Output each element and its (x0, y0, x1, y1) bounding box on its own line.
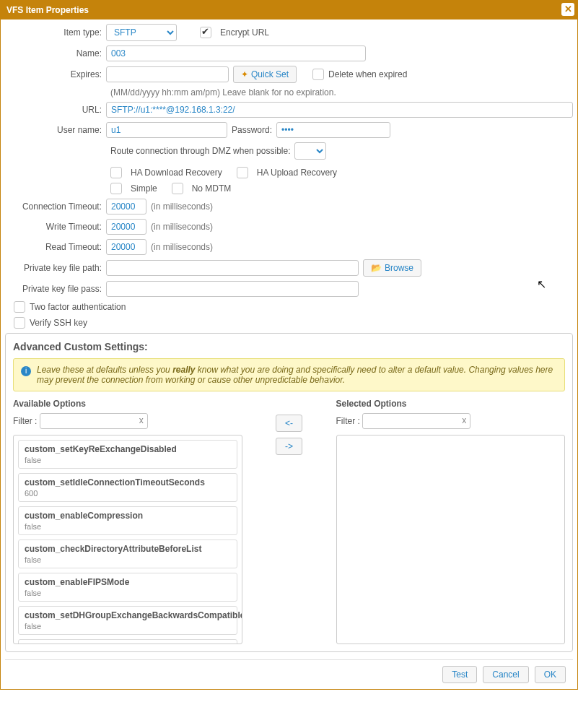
two-factor-checkbox[interactable] (14, 301, 25, 313)
dialog-footer: Test Cancel OK (5, 659, 573, 689)
move-right-button[interactable]: -> (276, 438, 302, 455)
label-conn-timeout: Connection Timeout: (5, 202, 106, 212)
read-timeout-unit: (in milliseconds) (151, 242, 213, 252)
browse-button[interactable]: 📂Browse (363, 259, 421, 277)
warning-alert: i Leave these at defaults unless you rea… (13, 358, 565, 391)
label-pk-path: Private key file path: (5, 263, 106, 273)
encrypt-url-checkbox[interactable] (200, 27, 211, 38)
write-timeout-input[interactable] (106, 219, 146, 235)
label-ha-upload: HA Upload Recovery (257, 168, 337, 178)
delete-when-expired-checkbox[interactable] (312, 69, 324, 80)
warning-text: Leave these at defaults unless you reall… (37, 365, 557, 385)
dialog-body: Item type: SFTP Encrypt URL Name: Expire… (1, 20, 577, 689)
selected-column: Selected Options Filter : x (336, 399, 566, 644)
ha-download-checkbox[interactable] (110, 167, 122, 178)
info-icon: i (21, 366, 31, 376)
available-list[interactable]: custom_setKeyReExchangeDisabledfalsecust… (13, 435, 242, 644)
quick-set-button[interactable]: ✦Quick Set (233, 66, 297, 83)
option-value: false (25, 589, 231, 597)
conn-timeout-input[interactable] (106, 199, 146, 214)
item-type-select[interactable]: SFTP (106, 24, 177, 41)
dmz-select[interactable] (294, 142, 326, 160)
filter-selected-input[interactable] (362, 413, 470, 429)
cancel-button[interactable]: Cancel (483, 666, 528, 683)
label-verify-ssh: Verify SSH key (30, 318, 87, 328)
password-input[interactable] (276, 122, 390, 138)
advanced-panel: Advanced Custom Settings: i Leave these … (5, 333, 573, 652)
dialog-window: VFS Item Properties ✕ Item type: SFTP En… (0, 0, 578, 690)
list-item[interactable]: custom_setKeyReExchangeDisabledfalse (18, 440, 237, 469)
selected-heading: Selected Options (336, 399, 566, 409)
filter-available-input[interactable] (40, 413, 148, 429)
label-pk-pass: Private key file pass: (5, 284, 106, 294)
conn-timeout-unit: (in milliseconds) (151, 202, 213, 212)
clear-selected-filter-icon[interactable]: x (462, 415, 466, 425)
label-password: Password: (232, 125, 272, 135)
folder-icon: 📂 (371, 263, 382, 273)
close-icon[interactable]: ✕ (561, 3, 574, 16)
label-dmz: Route connection through DMZ when possib… (110, 146, 290, 156)
label-two-factor: Two factor authentication (30, 302, 126, 312)
option-key: custom_preferredCipher (25, 644, 231, 644)
label-read-timeout: Read Timeout: (5, 242, 106, 252)
titlebar[interactable]: VFS Item Properties ✕ (1, 1, 577, 20)
label-simple: Simple (131, 183, 157, 194)
label-write-timeout: Write Timeout: (5, 222, 106, 232)
filter-available-label: Filter : (13, 416, 37, 426)
label-username: User name: (5, 125, 106, 135)
label-no-mdtm: No MDTM (192, 183, 232, 194)
list-item[interactable]: custom_enableFIPSModefalse (18, 573, 237, 602)
list-item[interactable]: custom_checkDirectoryAttributeBeforeList… (18, 540, 237, 568)
available-column: Available Options Filter : x custom_setK… (13, 399, 242, 644)
window-title: VFS Item Properties (6, 5, 89, 15)
option-value: 600 (25, 489, 231, 498)
clear-available-filter-icon[interactable]: x (139, 415, 144, 425)
option-key: custom_checkDirectoryAttributeBeforeList (25, 544, 231, 554)
list-item[interactable]: custom_setDHGroupExchangeBackwardsCompat… (18, 606, 237, 635)
expires-input[interactable] (106, 66, 229, 82)
list-item[interactable]: custom_preferredCipheraes128-ctr (18, 639, 237, 644)
available-heading: Available Options (13, 399, 242, 409)
pk-pass-input[interactable] (106, 281, 359, 297)
simple-checkbox[interactable] (110, 183, 122, 194)
name-input[interactable] (106, 46, 366, 61)
url-input[interactable] (106, 102, 573, 118)
label-name: Name: (5, 48, 106, 58)
test-button[interactable]: Test (442, 666, 477, 683)
option-value: false (25, 522, 231, 531)
expires-hint: (MM/dd/yyyy hh:mm am/pm) Leave blank for… (110, 87, 336, 98)
option-value: false (25, 555, 231, 564)
list-item[interactable]: custom_enableCompressionfalse (18, 506, 237, 535)
list-item[interactable]: custom_setIdleConnectionTimeoutSeconds60… (18, 473, 237, 502)
wand-icon: ✦ (241, 69, 248, 79)
option-key: custom_setIdleConnectionTimeoutSeconds (25, 477, 231, 488)
pk-path-input[interactable] (106, 260, 359, 276)
verify-ssh-checkbox[interactable] (14, 317, 25, 329)
advanced-heading: Advanced Custom Settings: (13, 341, 565, 352)
option-key: custom_setDHGroupExchangeBackwardsCompat… (25, 610, 231, 620)
read-timeout-input[interactable] (106, 239, 146, 255)
label-ha-download: HA Download Recovery (131, 168, 222, 178)
username-input[interactable] (106, 122, 227, 138)
no-mdtm-checkbox[interactable] (172, 183, 183, 194)
label-url: URL: (5, 105, 106, 115)
option-key: custom_setKeyReExchangeDisabled (25, 444, 231, 454)
filter-selected-label: Filter : (336, 416, 360, 426)
selected-list[interactable] (336, 435, 566, 644)
option-value: false (25, 456, 231, 464)
label-item-type: Item type: (5, 27, 106, 38)
option-key: custom_enableCompression (25, 511, 231, 521)
option-value: false (25, 622, 231, 630)
option-key: custom_enableFIPSMode (25, 577, 231, 587)
write-timeout-unit: (in milliseconds) (151, 222, 213, 232)
move-left-button[interactable]: <- (276, 415, 302, 432)
ha-upload-checkbox[interactable] (237, 167, 248, 178)
label-encrypt-url: Encrypt URL (220, 27, 269, 38)
ok-button[interactable]: OK (535, 666, 566, 683)
label-expires: Expires: (5, 69, 106, 79)
label-delete-when-expired: Delete when expired (328, 69, 407, 79)
